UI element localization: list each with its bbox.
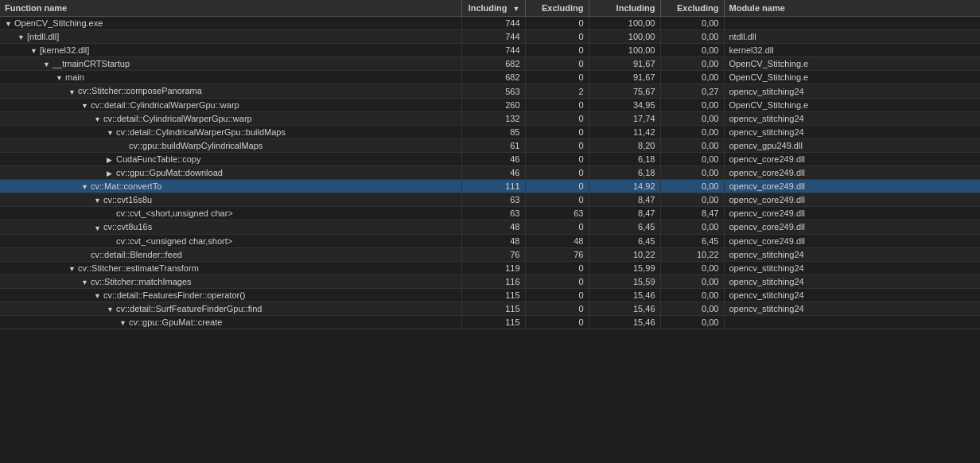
table-row[interactable]: ▼[kernel32.dll]7440100,000,00kernel32.dl… xyxy=(0,44,980,57)
table-row[interactable]: ▼cv::detail::FeaturesFinder::operator()1… xyxy=(0,288,980,302)
table-row[interactable]: ▼cv::detail::SurfFeatureFinderGpu::find1… xyxy=(0,302,980,315)
tree-expand-icon[interactable]: ▼ xyxy=(68,88,76,96)
tree-expand-icon[interactable]: ▶ xyxy=(107,156,115,164)
table-row[interactable]: ▼cv::Stitcher::matchImages116015,590,00o… xyxy=(0,274,980,288)
col-header-module[interactable]: Module name xyxy=(724,0,980,17)
cell-function: ▼[ntdll.dll] xyxy=(0,30,461,44)
cell-module: opencv_core249.dll xyxy=(724,193,980,207)
cell-exc2: 10,22 xyxy=(660,247,724,261)
cell-exc2: 0,00 xyxy=(660,180,724,193)
tree-expand-icon[interactable]: ▼ xyxy=(68,265,76,273)
tree-expand-icon[interactable] xyxy=(81,251,89,259)
tree-expand-icon[interactable] xyxy=(119,142,127,150)
table-row[interactable]: ▼OpenCV_Stitching.exe7440100,000,00 xyxy=(0,17,980,30)
cell-inc1: 115 xyxy=(461,302,525,315)
cell-inc1: 563 xyxy=(461,84,525,98)
table-row[interactable]: cv::cvt_<short,unsigned char>63638,478,4… xyxy=(0,207,980,220)
cell-exc1: 0 xyxy=(525,57,589,71)
cell-inc2: 14,92 xyxy=(589,180,660,193)
cell-function: ▼__tmainCRTStartup xyxy=(0,57,461,71)
function-name-text: cv::Stitcher::matchImages xyxy=(91,277,192,286)
function-name-text: CudaFuncTable::copy xyxy=(116,154,200,164)
function-name-text: cv::gpu::buildWarpCylindricalMaps xyxy=(129,141,262,150)
cell-function: ▼cv::Stitcher::estimateTransform xyxy=(0,261,461,274)
tree-expand-icon[interactable]: ▶ xyxy=(107,169,115,177)
cell-exc2: 0,00 xyxy=(660,316,724,329)
table-row[interactable]: ▶CudaFuncTable::copy4606,180,00opencv_co… xyxy=(0,152,980,165)
cell-function: ▼OpenCV_Stitching.exe xyxy=(0,17,461,30)
col-header-inc1[interactable]: Including ▼ xyxy=(461,0,525,17)
cell-exc1: 0 xyxy=(525,302,589,315)
tree-expand-icon[interactable]: ▼ xyxy=(107,305,115,313)
cell-exc2: 0,00 xyxy=(660,111,724,125)
table-row[interactable]: ▼cv::detail::CylindricalWarperGpu::warp2… xyxy=(0,98,980,111)
function-name-text: cv::detail::FeaturesFinder::operator() xyxy=(103,290,246,300)
cell-inc2: 8,47 xyxy=(589,193,660,207)
tree-expand-icon[interactable]: ▼ xyxy=(107,129,115,137)
col-header-inc2[interactable]: Including xyxy=(589,0,660,17)
table-row[interactable]: ▼[ntdll.dll]7440100,000,00ntdll.dll xyxy=(0,30,980,44)
table-row[interactable]: ▶cv::gpu::GpuMat::download4606,180,00ope… xyxy=(0,166,980,180)
function-name-text: cv::detail::Blender::feed xyxy=(91,250,182,259)
cell-module: opencv_stitching24 xyxy=(724,261,980,274)
cell-exc2: 6,45 xyxy=(660,234,724,247)
tree-expand-icon[interactable]: ▼ xyxy=(119,319,127,327)
cell-inc2: 100,00 xyxy=(589,17,660,30)
function-name-text: cv::gpu::GpuMat::create xyxy=(129,317,222,327)
tree-expand-icon[interactable]: ▼ xyxy=(94,224,102,232)
table-row[interactable]: ▼cv::detail::CylindricalWarperGpu::warp1… xyxy=(0,111,980,125)
col-exc1-label: Excluding xyxy=(542,3,584,13)
tree-expand-icon[interactable]: ▼ xyxy=(81,102,89,110)
col-header-function[interactable]: Function name xyxy=(0,0,461,17)
cell-function: ▼cv::Mat::convertTo xyxy=(0,180,461,193)
tree-expand-icon[interactable]: ▼ xyxy=(30,47,38,55)
table-row[interactable]: ▼main682091,670,00OpenCV_Stitching.e xyxy=(0,71,980,84)
cell-exc2: 8,47 xyxy=(660,207,724,220)
table-row[interactable]: ▼cv::gpu::GpuMat::create115015,460,00 xyxy=(0,316,980,329)
tree-expand-icon[interactable]: ▼ xyxy=(94,292,102,300)
cell-exc1: 0 xyxy=(525,44,589,57)
tree-expand-icon[interactable]: ▼ xyxy=(18,33,25,41)
table-row[interactable]: ▼cv::Stitcher::composePanorama563275,670… xyxy=(0,84,980,98)
cell-function: ▼cv::cvt8u16s xyxy=(0,220,461,234)
cell-inc2: 15,46 xyxy=(589,288,660,302)
table-row[interactable]: ▼__tmainCRTStartup682091,670,00OpenCV_St… xyxy=(0,57,980,71)
table-row[interactable]: ▼cv::cvt16s8u6308,470,00opencv_core249.d… xyxy=(0,193,980,207)
table-row[interactable]: ▼cv::detail::CylindricalWarperGpu::build… xyxy=(0,125,980,138)
function-name-text: main xyxy=(65,72,84,82)
tree-expand-icon[interactable]: ▼ xyxy=(81,183,89,191)
table-row[interactable]: cv::cvt_<unsigned char,short>48486,456,4… xyxy=(0,234,980,247)
col-function-label: Function name xyxy=(5,3,67,13)
cell-module: opencv_stitching24 xyxy=(724,125,980,138)
col-inc1-label: Including xyxy=(469,3,508,13)
cell-exc2: 0,00 xyxy=(660,125,724,138)
function-name-text: cv::Stitcher::estimateTransform xyxy=(78,263,199,273)
table-row[interactable]: cv::detail::Blender::feed767610,2210,22o… xyxy=(0,247,980,261)
tree-expand-icon[interactable]: ▼ xyxy=(94,115,102,123)
table-row[interactable]: ▼cv::cvt8u16s4806,450,00opencv_core249.d… xyxy=(0,220,980,234)
cell-inc1: 63 xyxy=(461,207,525,220)
tree-expand-icon[interactable]: ▼ xyxy=(94,196,102,204)
cell-function: cv::cvt_<unsigned char,short> xyxy=(0,234,461,247)
tree-expand-icon[interactable]: ▼ xyxy=(56,74,64,82)
cell-exc2: 0,00 xyxy=(660,261,724,274)
tree-expand-icon[interactable]: ▼ xyxy=(43,60,51,68)
profiler-table-container: Function name Including ▼ Excluding Incl… xyxy=(0,0,980,463)
tree-expand-icon[interactable]: ▼ xyxy=(81,278,89,286)
cell-exc1: 0 xyxy=(525,193,589,207)
cell-function: cv::cvt_<short,unsigned char> xyxy=(0,207,461,220)
col-header-exc1[interactable]: Excluding xyxy=(525,0,589,17)
table-row[interactable]: ▼cv::Stitcher::estimateTransform119015,9… xyxy=(0,261,980,274)
cell-inc2: 75,67 xyxy=(589,84,660,98)
tree-expand-icon[interactable] xyxy=(107,238,115,246)
tree-expand-icon[interactable]: ▼ xyxy=(5,20,13,28)
cell-module: OpenCV_Stitching.e xyxy=(724,57,980,71)
tree-expand-icon[interactable] xyxy=(107,210,115,218)
function-name-text: cv::cvt_<short,unsigned char> xyxy=(116,208,233,218)
col-header-exc2[interactable]: Excluding xyxy=(660,0,724,17)
cell-exc2: 0,00 xyxy=(660,44,724,57)
cell-exc1: 0 xyxy=(525,30,589,44)
table-row[interactable]: ▼cv::Mat::convertTo111014,920,00opencv_c… xyxy=(0,180,980,193)
cell-inc2: 6,18 xyxy=(589,166,660,180)
table-row[interactable]: cv::gpu::buildWarpCylindricalMaps6108,20… xyxy=(0,138,980,152)
